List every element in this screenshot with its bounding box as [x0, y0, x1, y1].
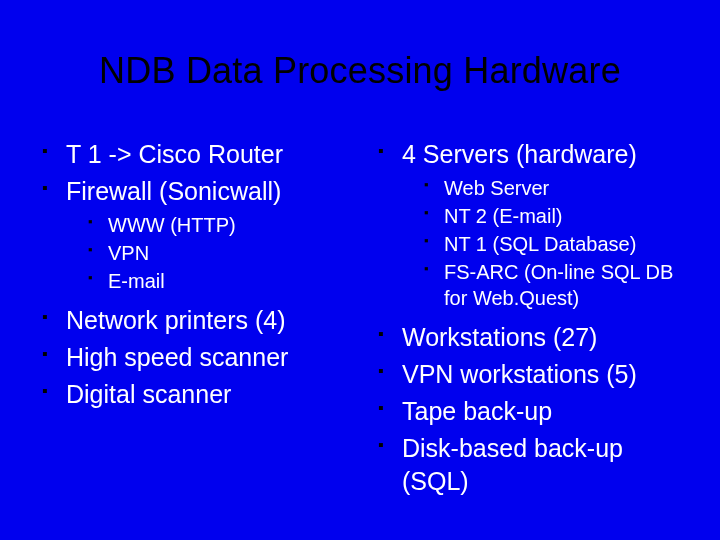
- list-item: Disk-based back-up (SQL): [378, 432, 684, 498]
- list-item: Workstations (27): [378, 321, 684, 354]
- list-item-text: Digital scanner: [66, 380, 231, 408]
- list-item: High speed scanner: [42, 341, 348, 374]
- left-column: T 1 -> Cisco Router Firewall (Sonicwall)…: [36, 138, 348, 502]
- list-item-text: Disk-based back-up (SQL): [402, 434, 623, 495]
- sub-list-item: FS-ARC (On-line SQL DB for Web.Quest): [424, 259, 684, 311]
- list-item-text: Tape back-up: [402, 397, 552, 425]
- list-item-text: 4 Servers (hardware): [402, 140, 637, 168]
- list-item-text: VPN workstations (5): [402, 360, 637, 388]
- list-item: VPN workstations (5): [378, 358, 684, 391]
- sub-list-item: E-mail: [88, 268, 348, 294]
- sub-list: Web Server NT 2 (E-mail) NT 1 (SQL Datab…: [402, 175, 684, 311]
- list-item-text: Firewall (Sonicwall): [66, 177, 281, 205]
- list-item-text: Network printers (4): [66, 306, 286, 334]
- sub-list-item: WWW (HTTP): [88, 212, 348, 238]
- list-item-text: T 1 -> Cisco Router: [66, 140, 283, 168]
- content-columns: T 1 -> Cisco Router Firewall (Sonicwall)…: [36, 138, 684, 502]
- list-item: Network printers (4): [42, 304, 348, 337]
- list-item-text: Workstations (27): [402, 323, 597, 351]
- list-item: T 1 -> Cisco Router: [42, 138, 348, 171]
- sub-list: WWW (HTTP) VPN E-mail: [66, 212, 348, 294]
- sub-list-item: NT 1 (SQL Database): [424, 231, 684, 257]
- list-item: Tape back-up: [378, 395, 684, 428]
- slide-title: NDB Data Processing Hardware: [36, 50, 684, 92]
- list-item: 4 Servers (hardware) Web Server NT 2 (E-…: [378, 138, 684, 311]
- left-list: T 1 -> Cisco Router Firewall (Sonicwall)…: [36, 138, 348, 411]
- right-column: 4 Servers (hardware) Web Server NT 2 (E-…: [372, 138, 684, 502]
- sub-list-item: VPN: [88, 240, 348, 266]
- list-item-text: High speed scanner: [66, 343, 288, 371]
- slide: NDB Data Processing Hardware T 1 -> Cisc…: [0, 0, 720, 540]
- list-item: Firewall (Sonicwall) WWW (HTTP) VPN E-ma…: [42, 175, 348, 294]
- list-item: Digital scanner: [42, 378, 348, 411]
- right-list: 4 Servers (hardware) Web Server NT 2 (E-…: [372, 138, 684, 498]
- sub-list-item: Web Server: [424, 175, 684, 201]
- sub-list-item: NT 2 (E-mail): [424, 203, 684, 229]
